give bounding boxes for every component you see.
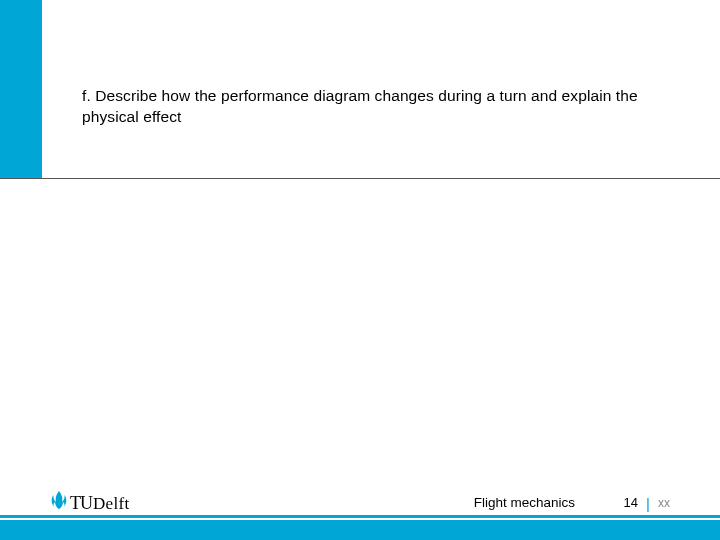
page-number: 14 (624, 495, 638, 510)
page-separator: | (646, 495, 650, 512)
slide: f. Describe how the performance diagram … (0, 0, 720, 540)
flame-icon (50, 490, 68, 514)
logo-delft: Delft (93, 494, 129, 514)
question-text: f. Describe how the performance diagram … (82, 86, 657, 128)
header-divider (0, 178, 720, 179)
footer-band (0, 520, 720, 540)
logo-letter-u: U (80, 493, 93, 514)
tudelft-logo: T U Delft (50, 490, 129, 514)
page-total: xx (658, 496, 670, 510)
logo-text: T U Delft (70, 493, 129, 514)
footer-top-line (0, 515, 720, 518)
course-name: Flight mechanics (474, 495, 575, 510)
accent-stripe (0, 0, 42, 178)
